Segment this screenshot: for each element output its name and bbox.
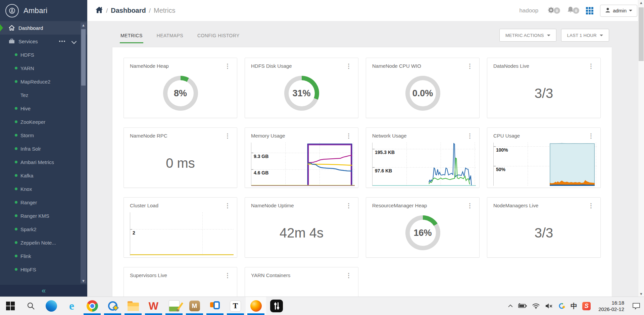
volume-muted-icon[interactable] xyxy=(545,303,553,309)
taskbar: e W M T 中 S xyxy=(0,297,644,315)
tab-metrics[interactable]: METRICS xyxy=(120,33,143,43)
metric-actions-button[interactable]: METRIC ACTIONS xyxy=(499,29,556,42)
scroll-down-icon[interactable]: ▼ xyxy=(81,278,86,283)
status-dot xyxy=(15,214,17,217)
kebab-menu-icon[interactable]: ⋮ xyxy=(586,132,596,140)
sidebar-item-tez[interactable]: Tez xyxy=(0,88,87,102)
taskbar-chat-app-icon[interactable] xyxy=(102,297,123,315)
sidebar-item-label: Hive xyxy=(20,106,31,111)
donut-gauge: 0.0% xyxy=(405,76,440,111)
sidebar-item-label: Knox xyxy=(20,186,32,192)
card-cluster-load: Cluster Load ⋮ 2 xyxy=(123,197,237,258)
sidebar-item-ranger[interactable]: Ranger xyxy=(0,196,87,209)
tab-heatmaps[interactable]: HEATMAPS xyxy=(156,33,184,43)
sidebar-item-spark2[interactable]: Spark2 xyxy=(0,222,87,236)
sidebar-item-label: MapReduce2 xyxy=(20,79,50,85)
sidebar-item-hive[interactable]: Hive xyxy=(0,102,87,115)
home-breadcrumb-icon[interactable] xyxy=(95,6,103,15)
user-icon xyxy=(605,7,610,14)
sidebar-scrollbar[interactable]: ▲ ▼ xyxy=(81,22,86,283)
services-more-icon[interactable] xyxy=(59,41,65,42)
chart-y-axis-label: 50% xyxy=(496,167,505,172)
sidebar-item-mapreduce2[interactable]: MapReduce2 xyxy=(0,75,87,88)
chart-y-axis-label: 2 xyxy=(133,230,135,235)
sidebar-scrollbar-thumb[interactable] xyxy=(81,29,86,86)
tab-config-history[interactable]: CONFIG HISTORY xyxy=(197,33,240,43)
card-title: CPU Usage xyxy=(493,133,520,139)
sliders-icon xyxy=(270,300,283,312)
sidebar-item-infra-solr[interactable]: Infra Solr xyxy=(0,142,87,155)
views-grid-icon[interactable] xyxy=(586,7,593,14)
sidebar-collapse-button[interactable]: « xyxy=(0,285,87,297)
metric-cards-grid: NameNode Heap ⋮ 8% HDFS Disk Usage ⋮ 31%… xyxy=(112,47,612,297)
ime-language-icon[interactable]: 中 xyxy=(571,302,577,311)
card-title: HDFS Disk Usage xyxy=(251,63,292,69)
sidebar-item-dashboard[interactable]: Dashboard xyxy=(0,21,87,35)
taskbar-image-editor-icon[interactable] xyxy=(164,297,184,315)
admin-menu-button[interactable]: admin xyxy=(600,5,637,17)
sidebar-item-label: Kafka xyxy=(20,173,33,178)
page-scrollbar[interactable]: ▲ ▼ xyxy=(638,0,644,297)
sidebar-item-knox[interactable]: Knox xyxy=(0,182,87,196)
taskbar-squares-app-icon[interactable] xyxy=(205,297,225,315)
sidebar-item-httpfs[interactable]: HttpFS xyxy=(0,263,87,276)
alerts-button[interactable]: 0 xyxy=(567,6,579,15)
taskbar-typora-icon[interactable]: T xyxy=(225,297,246,315)
typora-icon: T xyxy=(230,301,241,312)
taskbar-sliders-app-icon[interactable] xyxy=(266,297,287,315)
action-center-icon[interactable] xyxy=(632,302,641,310)
sidebar-item-yarn[interactable]: YARN xyxy=(0,61,87,75)
card-namenode-uptime: NameNode Uptime ⋮ 42m 4s xyxy=(245,197,358,258)
sync-app-icon[interactable] xyxy=(558,302,565,310)
sidebar-item-ranger-kms[interactable]: Ranger KMS xyxy=(0,209,87,222)
kebab-menu-icon[interactable]: ⋮ xyxy=(465,132,475,140)
cpu-usage-chart: 100%50% xyxy=(493,143,597,186)
system-tray: 中 S 16:18 2026-02-12 xyxy=(508,297,644,315)
status-dot xyxy=(15,201,17,204)
cluster-load-chart: 2 xyxy=(130,212,234,256)
taskbar-clock[interactable]: 16:18 2026-02-12 xyxy=(598,300,624,313)
chevron-down-icon[interactable] xyxy=(71,39,77,44)
time-range-button[interactable]: LAST 1 HOUR xyxy=(561,29,609,42)
start-button[interactable] xyxy=(0,297,20,315)
page-scrollbar-thumb[interactable] xyxy=(639,7,644,61)
sidebar-item-zookeeper[interactable]: ZooKeeper xyxy=(0,115,87,128)
tray-expand-chevron-icon[interactable] xyxy=(508,304,513,308)
breadcrumb-dashboard-link[interactable]: Dashboard xyxy=(111,7,146,14)
sidebar-item-flink[interactable]: Flink xyxy=(0,249,87,263)
taskbar-ie-icon[interactable]: e xyxy=(61,297,82,315)
sidebar-item-kafka[interactable]: Kafka xyxy=(0,169,87,182)
taskbar-firefox-icon[interactable] xyxy=(246,297,266,315)
sidebar-item-services[interactable]: Services xyxy=(0,35,87,48)
scroll-down-icon[interactable]: ▼ xyxy=(638,291,644,297)
taskbar-file-explorer-icon[interactable] xyxy=(123,297,143,315)
kebab-menu-icon[interactable]: ⋮ xyxy=(344,132,354,140)
sidebar-item-label: Dashboard xyxy=(18,25,43,31)
card-supervisors-live: Supervisors Live ⋮ 1/1 xyxy=(123,267,237,297)
battery-icon[interactable] xyxy=(518,303,527,309)
sidebar-item-storm[interactable]: Storm xyxy=(0,128,87,142)
card-namenode-rpc: NameNode RPC ⋮ 0 ms xyxy=(123,127,237,188)
taskbar-search-button[interactable] xyxy=(20,297,41,315)
scroll-up-icon[interactable]: ▲ xyxy=(81,22,86,28)
taskbar-edge-icon[interactable] xyxy=(41,297,61,315)
status-dot xyxy=(15,255,17,257)
mail-icon: M xyxy=(189,301,200,311)
status-dot xyxy=(15,107,17,110)
status-dot xyxy=(15,80,17,83)
sidebar-item-ambari-metrics[interactable]: Ambari Metrics xyxy=(0,155,87,169)
sidebar-item-zeppelin[interactable]: Zeppelin Note... xyxy=(0,236,87,249)
alerts-count-badge: 0 xyxy=(573,7,579,14)
topbar-right: hadoop 0 0 xyxy=(519,0,637,21)
scroll-up-icon[interactable]: ▲ xyxy=(638,0,644,6)
wifi-icon[interactable] xyxy=(532,303,540,309)
background-operations-button[interactable]: 0 xyxy=(547,6,560,15)
taskbar-mail-icon[interactable]: M xyxy=(184,297,205,315)
donut-gauge: 16% xyxy=(405,215,440,250)
taskbar-wps-icon[interactable]: W xyxy=(143,297,164,315)
kebab-menu-icon[interactable]: ⋮ xyxy=(222,201,233,210)
taskbar-chrome-icon[interactable] xyxy=(82,297,102,315)
sidebar-item-hdfs[interactable]: HDFS xyxy=(0,48,87,61)
sidebar: Ambari Dashboard Services HDFS YARN Map xyxy=(0,0,87,297)
sogou-input-icon[interactable]: S xyxy=(582,302,591,310)
